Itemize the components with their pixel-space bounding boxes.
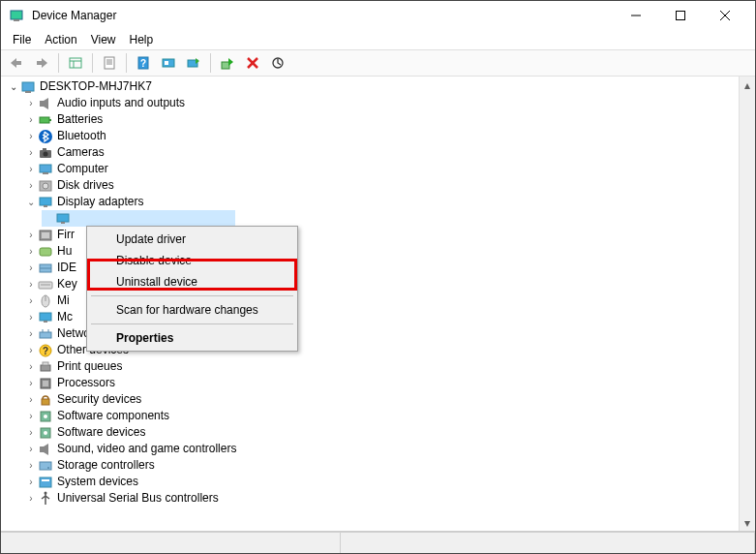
context-menu-separator	[91, 295, 293, 296]
monitor-icon	[38, 310, 53, 325]
tree-item[interactable]: ›Software components	[24, 408, 739, 424]
properties-button[interactable]	[98, 52, 121, 74]
svg-point-31	[44, 151, 48, 156]
tree-item[interactable]: ›Security devices	[24, 391, 739, 408]
tree-item[interactable]: ›Software devices	[24, 424, 739, 441]
scroll-down-button[interactable]: ▾	[740, 514, 755, 531]
enable-device-button[interactable]	[216, 52, 239, 74]
expand-icon[interactable]: ›	[24, 457, 38, 474]
printer-icon	[38, 359, 53, 375]
show-hide-tree-button[interactable]	[64, 52, 87, 74]
menu-view[interactable]: View	[85, 31, 122, 48]
tree-item[interactable]: ⌄Display adapters	[24, 194, 739, 210]
cpu-icon	[38, 376, 53, 391]
maximize-button[interactable]	[658, 1, 703, 30]
back-button[interactable]	[5, 52, 28, 74]
forward-button[interactable]	[30, 52, 53, 74]
tree-item[interactable]: ›Print queues	[24, 358, 739, 375]
menu-help[interactable]: Help	[124, 31, 160, 48]
question-icon: ?	[38, 343, 53, 358]
tree-item-label: Mc	[57, 309, 73, 325]
context-menu-item[interactable]: Uninstall device	[89, 271, 295, 292]
expand-icon[interactable]: ›	[24, 474, 38, 490]
disk-icon	[38, 178, 53, 194]
keyboard-icon	[38, 277, 53, 292]
uninstall-button[interactable]	[241, 52, 264, 74]
expand-icon[interactable]: ›	[24, 128, 38, 144]
ide-icon	[38, 261, 53, 276]
tree-item[interactable]: ›Audio inputs and outputs	[24, 95, 739, 111]
expand-icon[interactable]: ›	[24, 243, 38, 260]
disable-device-button[interactable]	[266, 52, 289, 74]
tree-root[interactable]: ⌄DESKTOP-MHJ7HK7	[7, 78, 739, 95]
svg-rect-32	[43, 148, 46, 150]
context-menu-item[interactable]: Update driver	[89, 229, 295, 250]
context-menu-item[interactable]: Disable device	[89, 250, 295, 271]
svg-rect-66	[40, 446, 44, 452]
tree-item[interactable]: ›Computer	[24, 161, 739, 177]
tree-item[interactable]: ›Cameras	[24, 144, 739, 161]
menu-action[interactable]: Action	[39, 31, 82, 48]
expand-icon[interactable]: ⌄	[7, 78, 20, 95]
expand-icon[interactable]: ›	[24, 342, 38, 358]
camera-icon	[38, 145, 53, 161]
svg-rect-24	[22, 82, 34, 91]
scan-hardware-button[interactable]	[157, 52, 180, 74]
expand-icon[interactable]: ›	[24, 292, 38, 309]
expand-icon[interactable]: ⌄	[24, 194, 38, 210]
speaker-icon	[38, 96, 53, 111]
svg-rect-39	[57, 214, 69, 222]
tree-item-label: Security devices	[57, 391, 141, 408]
tree-item[interactable]: ›Universal Serial Bus controllers	[24, 490, 739, 507]
expand-icon[interactable]: ›	[24, 260, 38, 276]
toolbar-sep	[210, 53, 211, 73]
tree-item[interactable]: ›System devices	[24, 474, 739, 490]
tree-item-label: Key	[57, 276, 77, 292]
expand-icon[interactable]: ›	[24, 309, 38, 325]
expand-icon[interactable]: ›	[24, 161, 38, 177]
expand-icon[interactable]: ›	[24, 325, 38, 342]
vertical-scrollbar[interactable]: ▴ ▾	[739, 77, 755, 531]
tree-item[interactable]: ›Batteries	[24, 111, 739, 128]
expand-icon[interactable]: ›	[24, 144, 38, 161]
svg-rect-27	[40, 117, 49, 123]
expand-icon[interactable]: ›	[24, 358, 38, 375]
tree-item[interactable]: ›Disk drives	[24, 177, 739, 194]
scroll-up-button[interactable]: ▴	[740, 77, 755, 93]
expand-icon[interactable]: ›	[24, 111, 38, 128]
tree-item[interactable]: ›Storage controllers	[24, 457, 739, 474]
update-driver-button[interactable]	[182, 52, 205, 74]
firmware-icon	[38, 228, 53, 243]
expand-icon[interactable]: ›	[24, 276, 38, 292]
svg-rect-7	[37, 61, 42, 65]
tree-item[interactable]: ›Sound, video and game controllers	[24, 441, 739, 457]
title-bar: Device Manager	[1, 1, 755, 30]
tree-item-label: Hu	[57, 243, 72, 260]
svg-text:?: ?	[140, 58, 146, 69]
expand-icon[interactable]: ›	[24, 408, 38, 424]
menu-file[interactable]: File	[7, 31, 37, 48]
expand-icon[interactable]: ›	[24, 375, 38, 391]
expand-icon[interactable]: ›	[24, 95, 38, 111]
context-menu-item[interactable]: Scan for hardware changes	[89, 299, 295, 321]
expand-icon[interactable]: ›	[24, 177, 38, 194]
mouse-icon	[38, 293, 53, 309]
minimize-button[interactable]	[614, 1, 658, 30]
expand-icon[interactable]: ›	[24, 227, 38, 243]
context-menu-item[interactable]: Properties	[89, 327, 295, 349]
help-button[interactable]: ?	[132, 52, 155, 74]
tree-child-item[interactable]	[42, 210, 235, 227]
tree-item[interactable]: ›Processors	[24, 375, 739, 391]
expand-icon[interactable]: ›	[24, 441, 38, 457]
expand-icon[interactable]: ›	[24, 424, 38, 441]
expand-icon[interactable]: ›	[24, 391, 38, 408]
computer-icon	[20, 79, 36, 95]
tree-item-label: Mi	[57, 292, 70, 309]
svg-rect-33	[40, 165, 51, 172]
close-button[interactable]	[703, 1, 747, 30]
svg-rect-28	[49, 119, 51, 121]
toolbar-sep	[126, 53, 127, 73]
svg-rect-6	[16, 61, 21, 65]
expand-icon[interactable]: ›	[24, 490, 38, 507]
tree-item[interactable]: ›Bluetooth	[24, 128, 739, 144]
